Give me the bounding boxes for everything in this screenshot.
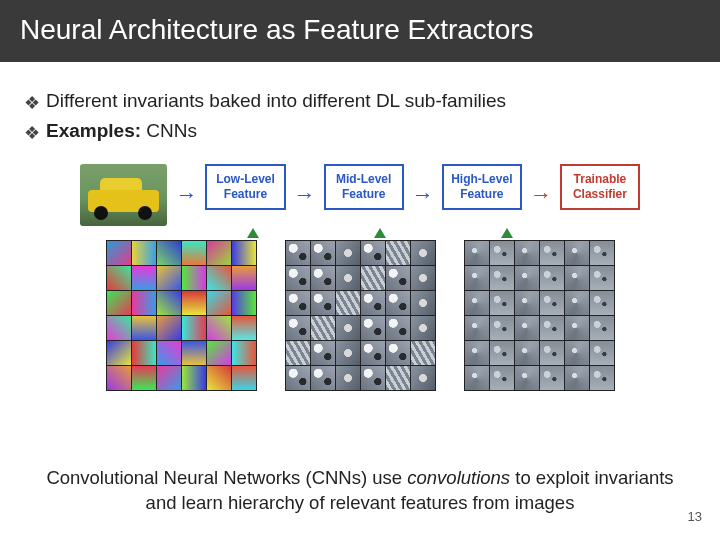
arrow-right-icon: → bbox=[530, 182, 552, 208]
flow-box-mid-level: Mid-Level Feature bbox=[324, 164, 404, 210]
slide-caption: Convolutional Neural Networks (CNNs) use… bbox=[0, 466, 720, 516]
feature-grids-row bbox=[80, 240, 640, 391]
bullet-2: ❖ Examples: CNNs bbox=[24, 120, 696, 146]
flow-box-line2: Classifier bbox=[568, 187, 632, 202]
flow-box-line2: Feature bbox=[213, 187, 277, 202]
cnn-diagram: → Low-Level Feature → Mid-Level Feature … bbox=[80, 164, 640, 391]
flow-box-classifier: Trainable Classifier bbox=[560, 164, 640, 210]
high-level-feature-grid bbox=[464, 240, 615, 391]
flow-box-line1: Low-Level bbox=[213, 172, 277, 187]
connector-arrow-icon bbox=[247, 228, 259, 238]
flow-box-line2: Feature bbox=[450, 187, 514, 202]
arrow-right-icon: → bbox=[412, 182, 434, 208]
flow-box-line1: Mid-Level bbox=[332, 172, 396, 187]
arrow-right-icon: → bbox=[294, 182, 316, 208]
flow-box-line1: Trainable bbox=[568, 172, 632, 187]
caption-emphasis: convolutions bbox=[407, 467, 510, 488]
bullet-1-text: Different invariants baked into differen… bbox=[46, 90, 506, 112]
connector-arrow-icon bbox=[501, 228, 513, 238]
arrow-right-icon: → bbox=[175, 182, 197, 208]
page-number: 13 bbox=[688, 509, 702, 524]
bullet-2-text: Examples: CNNs bbox=[46, 120, 197, 142]
flow-box-line2: Feature bbox=[332, 187, 396, 202]
slide-body: ❖ Different invariants baked into differ… bbox=[0, 62, 720, 391]
diamond-bullet-icon: ❖ bbox=[24, 120, 40, 146]
diamond-bullet-icon: ❖ bbox=[24, 90, 40, 116]
low-level-feature-grid bbox=[106, 240, 257, 391]
flow-connectors bbox=[190, 228, 570, 238]
flow-box-low-level: Low-Level Feature bbox=[205, 164, 285, 210]
caption-part1: Convolutional Neural Networks (CNNs) use bbox=[46, 467, 407, 488]
bullet-2-rest: CNNs bbox=[141, 120, 197, 141]
bullet-1: ❖ Different invariants baked into differ… bbox=[24, 90, 696, 116]
flow-box-line1: High-Level bbox=[450, 172, 514, 187]
flow-row: → Low-Level Feature → Mid-Level Feature … bbox=[80, 164, 640, 226]
mid-level-feature-grid bbox=[285, 240, 436, 391]
bullet-2-label: Examples: bbox=[46, 120, 141, 141]
connector-arrow-icon bbox=[374, 228, 386, 238]
flow-box-high-level: High-Level Feature bbox=[442, 164, 522, 210]
slide-title: Neural Architecture as Feature Extractor… bbox=[0, 0, 720, 62]
input-image-thumbnail bbox=[80, 164, 167, 226]
